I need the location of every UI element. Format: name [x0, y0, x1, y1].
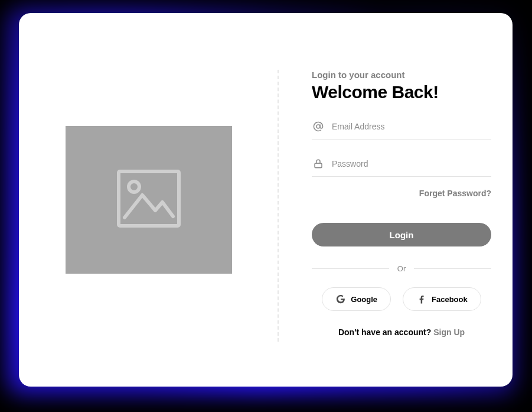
facebook-label: Facebook [432, 295, 468, 304]
password-field-row [312, 157, 491, 177]
image-placeholder [66, 126, 232, 274]
or-label: Or [389, 264, 414, 273]
signup-prompt: Don't have an account? Sign Up [312, 327, 491, 337]
facebook-login-button[interactable]: Facebook [403, 287, 481, 311]
form-pane: Login to your account Welcome Back! Forg… [279, 13, 513, 387]
google-icon [335, 294, 346, 304]
lock-icon [312, 157, 325, 170]
separator-line-left [312, 268, 389, 269]
email-input[interactable] [332, 122, 491, 131]
svg-rect-0 [119, 171, 179, 226]
login-card: Login to your account Welcome Back! Forg… [19, 13, 513, 387]
svg-point-2 [316, 125, 320, 128]
signup-link[interactable]: Sign Up [433, 327, 465, 337]
google-login-button[interactable]: Google [322, 287, 391, 311]
svg-point-1 [129, 181, 139, 192]
login-subtitle: Login to your account [312, 70, 491, 80]
at-sign-icon [312, 120, 325, 133]
facebook-icon [416, 294, 427, 304]
signup-question: Don't have an account? [338, 327, 433, 337]
or-separator: Or [312, 264, 491, 273]
email-field-row [312, 120, 491, 140]
picture-icon [116, 169, 181, 231]
login-button[interactable]: Login [312, 223, 491, 246]
password-input[interactable] [332, 159, 491, 168]
login-title: Welcome Back! [312, 82, 491, 102]
forgot-password-link[interactable]: Forget Password? [312, 189, 491, 198]
separator-line-right [414, 268, 491, 269]
google-label: Google [351, 295, 377, 304]
vertical-divider [278, 70, 279, 342]
social-login-row: Google Facebook [312, 287, 491, 311]
svg-rect-3 [315, 163, 322, 168]
illustration-pane [19, 13, 279, 387]
